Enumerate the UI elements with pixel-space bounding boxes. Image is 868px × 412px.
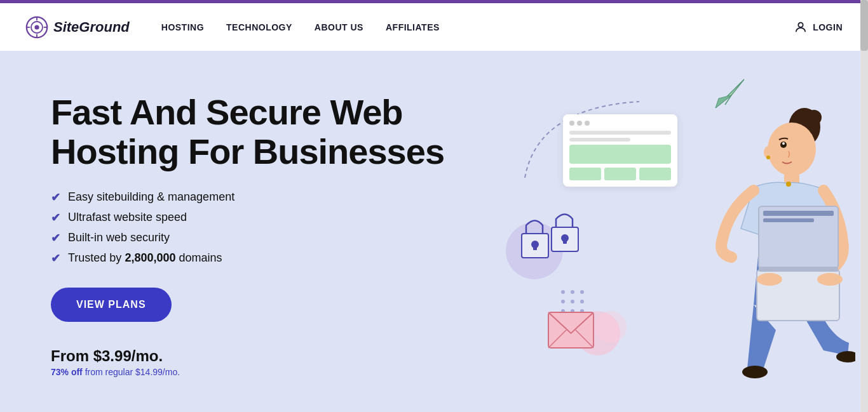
price-main: From $3.99/mo. xyxy=(51,347,472,365)
discount-percent: 73% off xyxy=(51,367,83,377)
svg-point-17 xyxy=(561,290,565,294)
svg-point-19 xyxy=(580,290,584,294)
nav-item-hosting[interactable]: HOSTING xyxy=(161,22,204,32)
logo-icon xyxy=(25,16,48,39)
hero-content: Fast And Secure Web Hosting For Business… xyxy=(51,93,472,376)
svg-rect-16 xyxy=(563,238,567,244)
logo-text: SiteGround xyxy=(53,19,130,36)
check-icon-1: ✔ xyxy=(51,190,60,204)
envelope-svg xyxy=(547,311,595,349)
user-icon xyxy=(794,20,808,34)
svg-point-43 xyxy=(786,182,791,187)
svg-point-7 xyxy=(798,22,803,27)
browser-dot-1 xyxy=(569,121,574,126)
header-left: SiteGround HOSTING TECHNOLOGY ABOUT US A… xyxy=(25,16,440,39)
price-discount: 73% off from regular $14.99/mo. xyxy=(51,367,472,377)
feature-item-1: ✔ Easy sitebuilding & management xyxy=(51,190,472,204)
hero-title: Fast And Secure Web Hosting For Business… xyxy=(51,93,472,171)
browser-dots xyxy=(569,121,671,126)
svg-rect-39 xyxy=(763,218,814,222)
svg-point-2 xyxy=(34,25,39,29)
browser-three-boxes xyxy=(569,168,671,180)
nav-item-affiliates[interactable]: AFFILIATES xyxy=(386,22,440,32)
svg-rect-38 xyxy=(763,211,834,216)
main-nav: HOSTING TECHNOLOGY ABOUT US AFFILIATES xyxy=(161,22,440,32)
scrollbar-thumb[interactable] xyxy=(860,0,868,51)
svg-point-30 xyxy=(806,110,822,125)
svg-point-34 xyxy=(742,366,768,378)
browser-box-1 xyxy=(569,168,601,180)
svg-rect-40 xyxy=(759,267,838,272)
browser-box-2 xyxy=(604,168,636,180)
person-svg xyxy=(658,102,855,412)
svg-point-45 xyxy=(782,142,785,145)
svg-point-20 xyxy=(561,300,565,303)
hero-illustration xyxy=(472,76,817,394)
feature-list: ✔ Easy sitebuilding & management ✔ Ultra… xyxy=(51,190,472,265)
pricing-section: From $3.99/mo. 73% off from regular $14.… xyxy=(51,347,472,377)
hero-section: Fast And Secure Web Hosting For Business… xyxy=(0,51,868,412)
padlocks-svg xyxy=(519,209,595,273)
check-icon-4: ✔ xyxy=(51,251,60,265)
browser-green-box xyxy=(569,145,671,164)
feature-item-3: ✔ Built-in web security xyxy=(51,231,472,245)
svg-point-31 xyxy=(768,123,816,176)
svg-point-21 xyxy=(571,300,574,303)
nav-item-technology[interactable]: TECHNOLOGY xyxy=(226,22,292,32)
svg-point-41 xyxy=(757,273,782,286)
svg-point-18 xyxy=(571,290,574,294)
svg-point-46 xyxy=(766,156,770,159)
login-label: LOGIN xyxy=(813,22,843,32)
main-header: SiteGround HOSTING TECHNOLOGY ABOUT US A… xyxy=(0,3,868,51)
browser-dot-2 xyxy=(577,121,582,126)
svg-point-42 xyxy=(817,273,843,286)
browser-line-full xyxy=(569,131,671,135)
svg-rect-13 xyxy=(533,244,537,250)
logo[interactable]: SiteGround xyxy=(25,16,130,39)
feature-item-2: ✔ Ultrafast website speed xyxy=(51,211,472,225)
check-icon-2: ✔ xyxy=(51,211,60,225)
browser-line-short xyxy=(569,138,630,142)
login-button[interactable]: LOGIN xyxy=(794,20,843,34)
feature-item-4: ✔ Trusted by 2,800,000 domains xyxy=(51,251,472,265)
illustration-container xyxy=(493,63,843,406)
scrollbar[interactable] xyxy=(860,0,868,412)
nav-item-about-us[interactable]: ABOUT US xyxy=(315,22,363,32)
svg-point-22 xyxy=(580,300,584,303)
svg-rect-26 xyxy=(548,312,593,348)
browser-dot-3 xyxy=(585,121,590,126)
check-icon-3: ✔ xyxy=(51,231,60,245)
view-plans-button[interactable]: VIEW PLANS xyxy=(51,288,172,322)
pink-circle-2 xyxy=(595,311,627,343)
